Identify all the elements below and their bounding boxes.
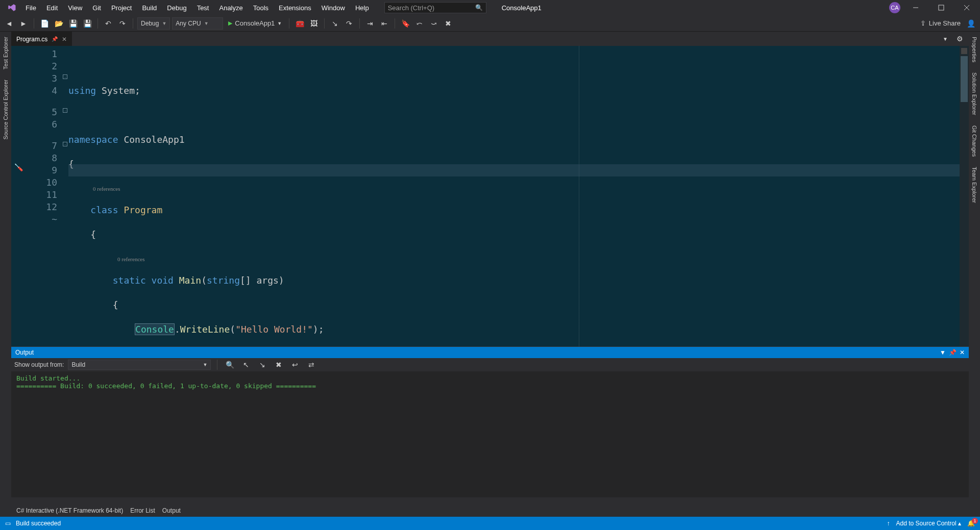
- notifications-button[interactable]: 🔔 1: [967, 520, 975, 527]
- editor-settings-icon[interactable]: ⚙: [953, 33, 966, 45]
- show-output-from-dropdown[interactable]: Build ▼: [68, 360, 211, 370]
- menu-help[interactable]: Help: [350, 1, 374, 15]
- close-button[interactable]: [957, 0, 977, 15]
- menu-extensions[interactable]: Extensions: [274, 1, 316, 15]
- fold-toggle[interactable]: -: [63, 108, 67, 113]
- tab-program-cs[interactable]: Program.cs 📌 ✕: [11, 32, 72, 46]
- save-all-icon[interactable]: 💾: [81, 17, 93, 30]
- right-tool-rail: Properties Solution Explorer Git Changes…: [969, 32, 980, 517]
- minimize-button[interactable]: [905, 0, 926, 15]
- bookmark-icon[interactable]: 🔖: [399, 17, 411, 30]
- menu-git[interactable]: Git: [87, 1, 106, 15]
- current-line-highlight: [68, 164, 960, 176]
- scroll-thumb[interactable]: [961, 56, 968, 102]
- notification-count: 1: [972, 518, 978, 524]
- rail-properties[interactable]: Properties: [970, 32, 978, 67]
- tab-label: Program.cs: [16, 36, 47, 43]
- clear-bookmark-icon[interactable]: ✖: [442, 17, 454, 30]
- selected-symbol[interactable]: Console: [135, 323, 175, 335]
- next-icon[interactable]: ↘: [256, 359, 268, 371]
- svg-rect-1: [939, 5, 944, 10]
- show-output-from-value: Build: [71, 361, 85, 368]
- rail-source-control[interactable]: Source Control Explorer: [2, 74, 10, 144]
- picture-icon[interactable]: 🖼: [308, 17, 320, 30]
- save-icon[interactable]: 💾: [67, 17, 79, 30]
- chevron-down-icon[interactable]: ▼: [940, 349, 946, 356]
- output-titlebar[interactable]: Output ▼ 📌 ✕: [11, 347, 969, 358]
- solution-config-dropdown[interactable]: Debug▼: [137, 17, 170, 30]
- start-debug-button[interactable]: ▶ ConsoleApp1 ▼: [225, 17, 285, 30]
- menu-analyze[interactable]: Analyze: [214, 1, 248, 15]
- clear-icon[interactable]: ✖: [273, 359, 285, 371]
- tab-csharp-interactive[interactable]: C# Interactive (.NET Framework 64-bit): [16, 507, 123, 514]
- find-message-icon[interactable]: 🔍: [224, 359, 236, 371]
- lightbulb-icon[interactable]: 🪛: [14, 163, 23, 171]
- prev-icon[interactable]: ↖: [240, 359, 252, 371]
- search-box[interactable]: Search (Ctrl+Q) 🔍: [384, 2, 486, 13]
- outdent-icon[interactable]: ⇤: [378, 17, 390, 30]
- menu-tools[interactable]: Tools: [248, 1, 274, 15]
- menu-window[interactable]: Window: [316, 1, 350, 15]
- nav-back-button[interactable]: ◄: [3, 17, 15, 30]
- editor-scrollbar[interactable]: [960, 46, 969, 346]
- undo-icon[interactable]: ↶: [102, 17, 114, 30]
- codelens-references[interactable]: 0 references: [68, 183, 960, 192]
- open-file-icon[interactable]: 📂: [53, 17, 65, 30]
- new-file-icon[interactable]: 📄: [38, 17, 51, 30]
- rail-test-explorer[interactable]: Test Explorer: [2, 32, 10, 74]
- feedback-icon[interactable]: 👤: [965, 17, 977, 30]
- rail-git-changes[interactable]: Git Changes: [970, 120, 978, 162]
- solution-platform-dropdown[interactable]: Any CPU▼: [172, 17, 223, 30]
- menu-view[interactable]: View: [63, 1, 87, 15]
- codelens-references[interactable]: 0 references: [68, 253, 960, 262]
- main-menu: File Edit View Git Project Build Debug T…: [20, 1, 374, 15]
- pin-icon[interactable]: 📌: [949, 349, 957, 356]
- search-icon: 🔍: [475, 4, 483, 11]
- next-bookmark-icon[interactable]: ⤻: [428, 17, 440, 30]
- tab-output[interactable]: Output: [162, 507, 181, 514]
- tab-error-list[interactable]: Error List: [130, 507, 155, 514]
- pin-icon[interactable]: 📌: [52, 36, 58, 42]
- close-icon[interactable]: ✕: [960, 349, 965, 356]
- live-share-icon: ⇪: [920, 19, 926, 27]
- split-handle-icon[interactable]: [961, 48, 967, 54]
- tab-overflow-icon[interactable]: ▼: [939, 33, 951, 45]
- start-target-label: ConsoleApp1: [235, 19, 275, 27]
- fold-toggle[interactable]: -: [63, 74, 67, 79]
- output-panel: Output ▼ 📌 ✕ Show output from: Build ▼ 🔍…: [11, 346, 969, 504]
- code-editor[interactable]: 🪛 1 2 3 4 5 6 7 8 9 10 11 12 ~ -: [11, 46, 969, 346]
- upload-icon: ↑: [887, 520, 890, 527]
- menu-edit[interactable]: Edit: [41, 1, 63, 15]
- output-title-label: Output: [15, 349, 34, 356]
- output-text[interactable]: Build started... ========== Build: 0 suc…: [11, 371, 969, 497]
- window-icon: ▭: [5, 520, 11, 527]
- menu-test[interactable]: Test: [192, 1, 214, 15]
- live-share-label: Live Share: [929, 19, 961, 27]
- document-tab-well: Program.cs 📌 ✕ ▼ ⚙: [11, 32, 969, 46]
- toggle-icon[interactable]: ⇄: [305, 359, 317, 371]
- code-surface[interactable]: using System; namespace ConsoleApp1 { 0 …: [68, 46, 960, 346]
- step-over-icon[interactable]: ↷: [343, 17, 355, 30]
- menu-bar: File Edit View Git Project Build Debug T…: [0, 0, 980, 15]
- nav-fwd-button[interactable]: ►: [17, 17, 30, 30]
- menu-build[interactable]: Build: [137, 1, 162, 15]
- line-number-gutter: 1 2 3 4 5 6 7 8 9 10 11 12 ~: [27, 46, 62, 346]
- maximize-button[interactable]: [931, 0, 951, 15]
- output-h-scrollbar[interactable]: [11, 497, 969, 504]
- toolbox-icon[interactable]: 🧰: [293, 17, 306, 30]
- close-tab-icon[interactable]: ✕: [62, 36, 67, 43]
- add-to-source-control[interactable]: Add to Source Control ▴: [896, 520, 961, 527]
- menu-file[interactable]: File: [20, 1, 41, 15]
- fold-toggle[interactable]: -: [63, 142, 67, 146]
- indent-icon[interactable]: ⇥: [364, 17, 376, 30]
- rail-solution-explorer[interactable]: Solution Explorer: [970, 67, 978, 120]
- rail-team-explorer[interactable]: Team Explorer: [970, 162, 978, 208]
- step-into-icon[interactable]: ↘: [329, 17, 341, 30]
- menu-debug[interactable]: Debug: [162, 1, 191, 15]
- live-share-button[interactable]: ⇪ Live Share: [920, 19, 961, 27]
- menu-project[interactable]: Project: [106, 1, 137, 15]
- redo-icon[interactable]: ↷: [116, 17, 129, 30]
- word-wrap-icon[interactable]: ↩: [289, 359, 301, 371]
- prev-bookmark-icon[interactable]: ⤺: [413, 17, 426, 30]
- user-avatar[interactable]: CA: [889, 2, 900, 13]
